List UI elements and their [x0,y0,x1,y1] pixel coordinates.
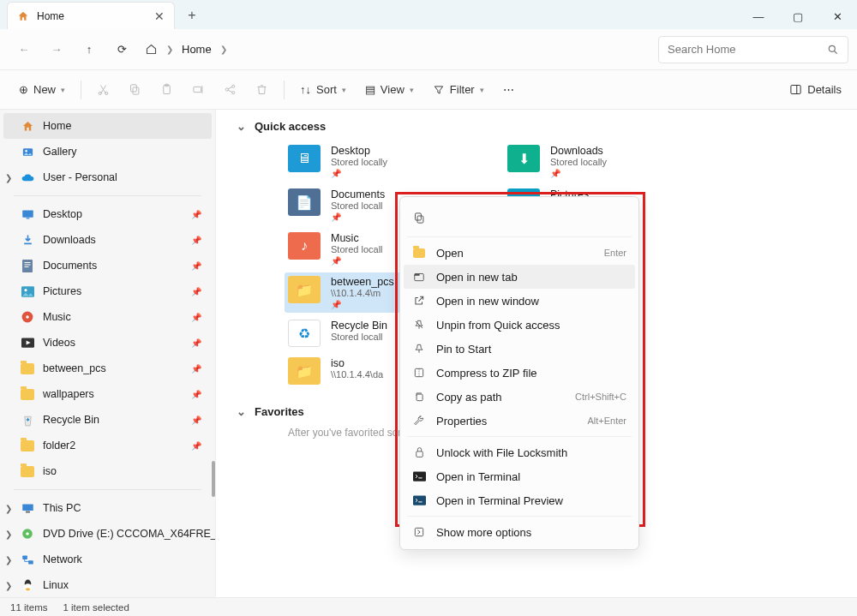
quick-access-desktop[interactable]: 🖥DesktopStored locally📌 [285,141,499,182]
quick-access-downloads[interactable]: ⬇DownloadsStored locally📌 [504,141,718,182]
rename-button[interactable] [185,77,212,103]
svg-point-0 [829,45,835,51]
svg-rect-28 [22,504,33,511]
ctx-open-new-tab[interactable]: Open in new tab [404,265,635,289]
sidebar-item-videos[interactable]: Videos📌 [0,330,215,356]
breadcrumb[interactable]: ❯ Home ❯ [144,43,227,57]
search-input[interactable]: Search Home [658,36,848,63]
tab-home[interactable]: Home ✕ [7,2,175,29]
chevron-down-icon: ▾ [342,86,346,94]
ctx-show-more[interactable]: Show more options [400,520,638,544]
forward-button[interactable]: → [41,34,72,65]
chevron-right-icon[interactable]: ❯ [5,529,12,539]
terminal-icon [412,469,426,483]
svg-point-26 [26,315,29,319]
sidebar-item-downloads[interactable]: Downloads📌 [0,227,215,253]
cut-button[interactable] [90,77,117,103]
ctx-file-locksmith[interactable]: Unlock with File Locksmith [400,440,638,464]
pin-icon: 📌 [191,338,201,348]
sidebar-item-folder2[interactable]: folder2📌 [0,433,215,458]
ctx-compress-zip[interactable]: Compress to ZIP file [400,361,638,385]
sidebar-item-this-pc[interactable]: ❯This PC [0,495,215,521]
chevron-right-icon[interactable]: ❯ [5,173,12,182]
wrench-icon [412,414,426,428]
videos-icon [21,336,34,350]
sort-button[interactable]: ↑↓ Sort ▾ [293,77,353,103]
sidebar-resize-handle[interactable] [212,461,215,497]
svg-rect-46 [415,528,423,535]
copy-icon[interactable] [412,211,426,224]
copy-button[interactable] [122,77,148,103]
sidebar-item-between-pcs[interactable]: between_pcs📌 [0,356,215,381]
window-controls: — ▢ ✕ [739,3,857,29]
chevron-down-icon: ⌄ [237,120,246,133]
recycle-bin-icon [21,413,34,427]
paste-button[interactable] [153,77,180,103]
ctx-open[interactable]: OpenEnter [400,241,638,265]
svg-rect-4 [133,87,139,94]
zip-icon [412,366,426,380]
share-button[interactable] [217,77,243,103]
ctx-open-terminal-preview[interactable]: Open in Terminal Preview [400,488,638,512]
chevron-right-icon[interactable]: ❯ [5,504,12,513]
svg-rect-33 [28,560,33,564]
sidebar-item-pictures[interactable]: Pictures📌 [0,278,215,304]
details-pane-button[interactable]: Details [786,83,845,96]
pin-icon: 📌 [331,300,394,309]
svg-rect-18 [26,218,29,218]
svg-rect-5 [131,85,137,92]
disc-icon [21,527,34,541]
delete-button[interactable] [249,77,275,103]
ctx-copy-path[interactable]: Copy as pathCtrl+Shift+C [400,385,638,409]
ctx-unpin[interactable]: Unpin from Quick access [400,313,638,337]
sidebar-item-documents[interactable]: Documents📌 [0,253,215,278]
ctx-open-new-window[interactable]: Open in new window [400,289,638,313]
context-icon-row [400,202,638,233]
up-button[interactable]: ↑ [74,34,105,65]
ctx-open-terminal[interactable]: Open in Terminal [400,464,638,488]
sidebar-item-wallpapers[interactable]: wallpapers📌 [0,381,215,407]
close-window-button[interactable]: ✕ [818,3,857,29]
sidebar-item-home[interactable]: Home [3,113,212,139]
svg-line-1 [835,51,837,53]
quick-access-header[interactable]: ⌄ Quick access [233,120,840,133]
sidebar-item-dvd[interactable]: ❯DVD Drive (E:) CCCOMA_X64FRE_EN-US_D [0,521,215,547]
ctx-pin-start[interactable]: Pin to Start [400,337,638,361]
minimize-button[interactable]: — [739,3,778,29]
svg-rect-13 [791,86,800,94]
close-tab-icon[interactable]: ✕ [153,10,165,22]
pin-icon: 📌 [191,441,201,451]
back-button[interactable]: ← [9,34,39,65]
folder-icon [21,362,34,375]
chevron-right-icon[interactable]: ❯ [5,555,12,565]
downloads-folder-icon: ⬇ [507,145,540,172]
new-button[interactable]: ⊕ New ▾ [12,77,72,103]
pin-icon: 📌 [331,256,383,266]
pin-icon: 📌 [191,416,201,425]
sidebar-item-recycle-bin[interactable]: Recycle Bin📌 [0,407,215,433]
sidebar-item-gallery[interactable]: Gallery [0,139,215,164]
pin-icon: 📌 [191,210,201,219]
main: Home Gallery ❯ User - Personal Desktop📌 … [0,110,857,597]
view-button[interactable]: ▤ View ▾ [358,77,421,103]
more-button[interactable]: ⋯ [496,77,521,103]
sidebar-item-iso[interactable]: iso [0,458,215,484]
svg-point-16 [25,150,27,153]
svg-rect-45 [413,495,426,505]
sidebar-item-linux[interactable]: ❯Linux [0,572,215,597]
chevron-right-icon[interactable]: ❯ [5,581,12,590]
filter-button[interactable]: Filter ▾ [426,77,491,103]
linux-icon [21,578,34,592]
documents-icon [21,259,34,272]
sidebar-item-desktop[interactable]: Desktop📌 [0,201,215,227]
sidebar-item-user[interactable]: ❯ User - Personal [0,164,215,190]
svg-point-24 [24,289,27,291]
svg-rect-20 [25,262,31,263]
refresh-button[interactable]: ⟳ [106,34,137,65]
sidebar-item-music[interactable]: Music📌 [0,304,215,330]
ctx-properties[interactable]: PropertiesAlt+Enter [400,409,638,433]
maximize-button[interactable]: ▢ [778,3,818,29]
sidebar-item-network[interactable]: ❯Network [0,547,215,572]
new-tab-button[interactable]: + [180,3,204,27]
crumb-home[interactable]: Home [182,43,212,56]
